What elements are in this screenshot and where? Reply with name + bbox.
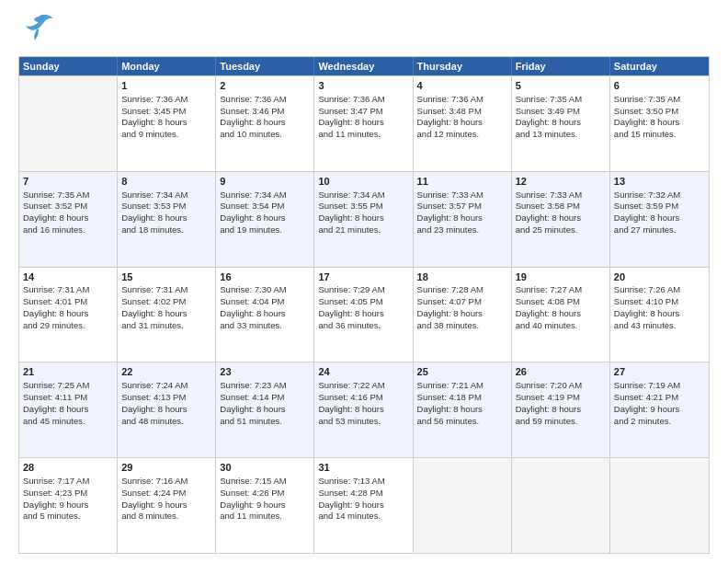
day-info-line: and 14 minutes. — [318, 511, 408, 523]
day-info-line: Sunrise: 7:23 AM — [220, 380, 310, 392]
day-number: 25 — [417, 365, 507, 379]
day-info-line: Daylight: 8 hours — [318, 308, 408, 320]
calendar-row: 28Sunrise: 7:17 AMSunset: 4:23 PMDayligh… — [19, 457, 709, 553]
day-info-line: and 15 minutes. — [614, 129, 705, 141]
day-info-line: Sunset: 4:28 PM — [318, 488, 408, 500]
day-number: 8 — [121, 175, 211, 189]
day-info-line: and 40 minutes. — [516, 320, 606, 332]
day-info-line: Sunset: 3:59 PM — [614, 201, 705, 213]
day-number: 5 — [516, 79, 606, 93]
day-number: 27 — [614, 365, 705, 379]
day-number: 14 — [23, 270, 113, 284]
calendar-header: SundayMondayTuesdayWednesdayThursdayFrid… — [19, 57, 709, 75]
day-cell-19: 19Sunrise: 7:27 AMSunset: 4:08 PMDayligh… — [512, 268, 610, 362]
calendar-row: 21Sunrise: 7:25 AMSunset: 4:11 PMDayligh… — [19, 362, 709, 457]
day-info-line: Sunset: 3:49 PM — [516, 106, 606, 118]
day-info-line: Sunrise: 7:17 AM — [23, 476, 113, 488]
day-number: 28 — [23, 461, 113, 475]
day-info-line: and 53 minutes. — [318, 416, 408, 428]
day-info-line: and 31 minutes. — [121, 320, 211, 332]
day-cell-2: 2Sunrise: 7:36 AMSunset: 3:46 PMDaylight… — [216, 76, 314, 171]
calendar-row: 1Sunrise: 7:36 AMSunset: 3:45 PMDaylight… — [19, 75, 709, 171]
day-info-line: Daylight: 8 hours — [417, 117, 507, 129]
day-cell-13: 13Sunrise: 7:32 AMSunset: 3:59 PMDayligh… — [610, 172, 709, 267]
calendar-row: 7Sunrise: 7:35 AMSunset: 3:52 PMDaylight… — [19, 171, 709, 267]
day-cell-1: 1Sunrise: 7:36 AMSunset: 3:45 PMDaylight… — [118, 76, 216, 171]
day-info-line: Daylight: 8 hours — [220, 308, 310, 320]
day-info-line: Sunset: 3:45 PM — [121, 106, 211, 118]
day-number: 18 — [417, 270, 507, 284]
day-info-line: and 5 minutes. — [23, 511, 113, 523]
day-info-line: Daylight: 9 hours — [121, 500, 211, 511]
day-cell-26: 26Sunrise: 7:20 AMSunset: 4:19 PMDayligh… — [512, 362, 610, 457]
day-info-line: Sunset: 4:21 PM — [614, 392, 705, 404]
day-number: 11 — [417, 175, 507, 189]
day-number: 15 — [121, 270, 211, 284]
day-header-thursday: Thursday — [414, 57, 512, 75]
day-cell-8: 8Sunrise: 7:34 AMSunset: 3:53 PMDaylight… — [118, 172, 216, 267]
day-info-line: Sunset: 4:18 PM — [417, 392, 507, 404]
day-info-line: Daylight: 8 hours — [121, 308, 211, 320]
day-cell-4: 4Sunrise: 7:36 AMSunset: 3:48 PMDaylight… — [414, 76, 512, 171]
day-info-line: Sunset: 3:54 PM — [220, 201, 310, 213]
day-cell-25: 25Sunrise: 7:21 AMSunset: 4:18 PMDayligh… — [414, 362, 512, 457]
day-number: 9 — [220, 175, 310, 189]
day-info-line: Daylight: 8 hours — [23, 308, 113, 320]
day-number: 24 — [318, 365, 408, 379]
day-cell-7: 7Sunrise: 7:35 AMSunset: 3:52 PMDaylight… — [19, 172, 118, 267]
logo-bird-icon — [22, 9, 55, 49]
day-info-line: Daylight: 8 hours — [614, 308, 705, 320]
day-header-saturday: Saturday — [610, 57, 709, 75]
day-cell-23: 23Sunrise: 7:23 AMSunset: 4:14 PMDayligh… — [216, 362, 314, 457]
day-info-line: Sunrise: 7:13 AM — [318, 476, 408, 488]
day-info-line: Sunrise: 7:25 AM — [23, 380, 113, 392]
day-cell-12: 12Sunrise: 7:33 AMSunset: 3:58 PMDayligh… — [512, 172, 610, 267]
day-number: 16 — [220, 270, 310, 284]
day-info-line: and 25 minutes. — [516, 224, 606, 236]
day-info-line: Sunset: 3:50 PM — [614, 106, 705, 118]
day-info-line: Sunrise: 7:33 AM — [417, 190, 507, 201]
day-number: 21 — [23, 365, 113, 379]
day-info-line: Daylight: 9 hours — [318, 500, 408, 511]
day-info-line: Daylight: 8 hours — [614, 213, 705, 224]
day-info-line: Sunrise: 7:20 AM — [516, 380, 606, 392]
day-info-line: and 12 minutes. — [417, 129, 507, 141]
day-info-line: Sunset: 3:47 PM — [318, 106, 408, 118]
day-info-line: and 13 minutes. — [516, 129, 606, 141]
day-info-line: Sunset: 4:24 PM — [121, 488, 211, 500]
day-number: 26 — [516, 365, 606, 379]
day-info-line: Daylight: 8 hours — [318, 117, 408, 129]
day-info-line: Sunrise: 7:35 AM — [23, 190, 113, 201]
day-info-line: and 2 minutes. — [614, 416, 705, 428]
day-info-line: Daylight: 8 hours — [516, 404, 606, 416]
day-info-line: and 23 minutes. — [417, 224, 507, 236]
day-info-line: Sunrise: 7:36 AM — [220, 94, 310, 106]
day-info-line: Daylight: 8 hours — [614, 117, 705, 129]
day-info-line: Sunset: 4:11 PM — [23, 392, 113, 404]
day-info-line: Daylight: 8 hours — [516, 117, 606, 129]
day-info-line: Sunset: 3:58 PM — [516, 201, 606, 213]
day-info-line: Sunrise: 7:35 AM — [516, 94, 606, 106]
day-info-line: Daylight: 8 hours — [417, 308, 507, 320]
day-info-line: Sunset: 4:05 PM — [318, 296, 408, 308]
day-info-line: Sunset: 3:48 PM — [417, 106, 507, 118]
day-number: 3 — [318, 79, 408, 93]
day-cell-22: 22Sunrise: 7:24 AMSunset: 4:13 PMDayligh… — [118, 362, 216, 457]
day-info-line: and 56 minutes. — [417, 416, 507, 428]
day-info-line: Daylight: 9 hours — [23, 500, 113, 511]
empty-cell — [610, 458, 709, 553]
calendar-row: 14Sunrise: 7:31 AMSunset: 4:01 PMDayligh… — [19, 267, 709, 362]
day-info-line: Sunset: 3:57 PM — [417, 201, 507, 213]
day-info-line: Sunrise: 7:27 AM — [516, 284, 606, 296]
day-cell-3: 3Sunrise: 7:36 AMSunset: 3:47 PMDaylight… — [314, 76, 413, 171]
day-info-line: Sunrise: 7:28 AM — [417, 284, 507, 296]
day-info-line: Sunset: 4:08 PM — [516, 296, 606, 308]
day-info-line: and 59 minutes. — [516, 416, 606, 428]
day-info-line: Daylight: 8 hours — [516, 308, 606, 320]
day-info-line: Sunset: 3:46 PM — [220, 106, 310, 118]
day-info-line: Sunset: 3:52 PM — [23, 201, 113, 213]
day-header-tuesday: Tuesday — [216, 57, 314, 75]
empty-cell — [414, 458, 512, 553]
day-cell-11: 11Sunrise: 7:33 AMSunset: 3:57 PMDayligh… — [414, 172, 512, 267]
day-info-line: Daylight: 8 hours — [318, 213, 408, 224]
